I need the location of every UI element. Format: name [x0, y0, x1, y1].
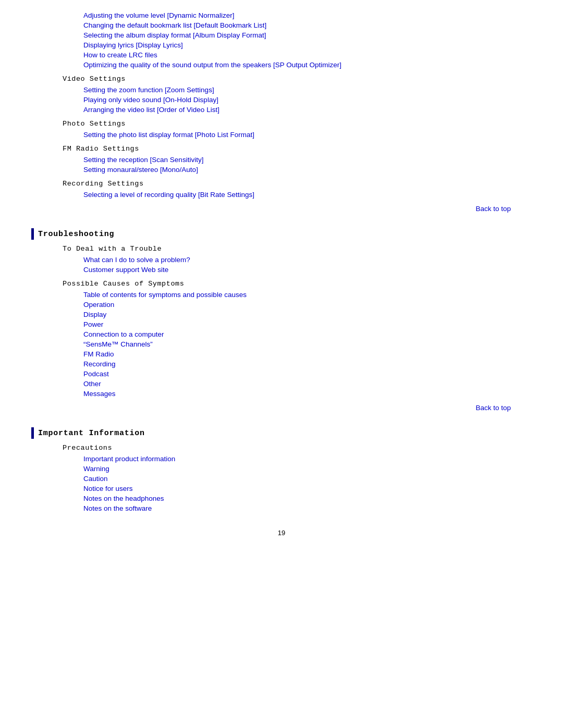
link-caution[interactable]: Caution	[31, 474, 532, 484]
link-on-hold-display[interactable]: Playing only video sound [On-Hold Displa…	[31, 95, 532, 105]
link-scan-sensitivity[interactable]: Setting the reception [Scan Sensitivity]	[31, 155, 532, 165]
link-display[interactable]: Display	[31, 310, 532, 319]
link-operation[interactable]: Operation	[31, 300, 532, 310]
troubleshooting-header: Troubleshooting	[31, 228, 532, 240]
link-fm-radio[interactable]: FM Radio	[31, 349, 532, 359]
link-display-lyrics[interactable]: Displaying lyrics [Display Lyrics]	[83, 40, 532, 50]
link-recording[interactable]: Recording	[31, 359, 532, 369]
link-warning[interactable]: Warning	[31, 464, 532, 474]
link-mono-auto[interactable]: Setting monaural/stereo [Mono/Auto]	[31, 165, 532, 175]
link-notes-headphones[interactable]: Notes on the headphones	[31, 493, 532, 503]
important-info-header: Important Information	[31, 427, 532, 439]
to-deal-trouble-title: To Deal with a Trouble	[31, 245, 532, 253]
link-lrc-files[interactable]: How to create LRC files	[83, 50, 532, 60]
recording-settings-title: Recording Settings	[31, 180, 532, 188]
link-zoom-settings[interactable]: Setting the zoom function [Zoom Settings…	[31, 85, 532, 95]
link-bit-rate-settings[interactable]: Selecting a level of recording quality […	[31, 190, 532, 200]
link-messages[interactable]: Messages	[31, 389, 532, 399]
link-customer-support[interactable]: Customer support Web site	[31, 265, 532, 275]
important-info-bar	[31, 427, 34, 439]
troubleshooting-bar	[31, 228, 34, 240]
precautions-title: Precautions	[31, 444, 532, 452]
troubleshooting-title: Troubleshooting	[38, 230, 114, 239]
photo-settings-title: Photo Settings	[31, 120, 532, 128]
link-photo-list-format[interactable]: Setting the photo list display format [P…	[31, 130, 532, 140]
link-order-video-list[interactable]: Arranging the video list [Order of Video…	[31, 105, 532, 115]
link-album-display[interactable]: Selecting the album display format [Albu…	[83, 30, 532, 40]
video-settings-title: Video Settings	[31, 75, 532, 83]
link-dynamic-normalizer[interactable]: Adjusting the volume level [Dynamic Norm…	[83, 10, 532, 20]
link-table-of-contents-symptoms[interactable]: Table of contents for symptoms and possi…	[31, 290, 532, 300]
link-notes-software[interactable]: Notes on the software	[31, 503, 532, 513]
back-to-top-2[interactable]: Back to top	[31, 404, 532, 412]
important-info-title: Important Information	[38, 429, 145, 438]
link-notice-for-users[interactable]: Notice for users	[31, 484, 532, 493]
fm-radio-settings-title: FM Radio Settings	[31, 145, 532, 153]
page-number: 19	[31, 529, 532, 547]
link-what-can-i-do[interactable]: What can I do to solve a problem?	[31, 255, 532, 265]
link-important-product-info[interactable]: Important product information	[31, 454, 532, 464]
link-connection-computer[interactable]: Connection to a computer	[31, 329, 532, 339]
top-links-container: Adjusting the volume level [Dynamic Norm…	[31, 10, 532, 70]
back-to-top-1[interactable]: Back to top	[31, 205, 532, 213]
link-other[interactable]: Other	[31, 379, 532, 389]
possible-causes-title: Possible Causes of Symptoms	[31, 280, 532, 288]
link-power[interactable]: Power	[31, 319, 532, 329]
link-sp-output-optimizer[interactable]: Optimizing the quality of the sound outp…	[83, 60, 532, 70]
link-podcast[interactable]: Podcast	[31, 369, 532, 379]
link-default-bookmark[interactable]: Changing the default bookmark list [Defa…	[83, 20, 532, 30]
link-sensme-channels[interactable]: “SensMe™ Channels”	[31, 339, 532, 349]
